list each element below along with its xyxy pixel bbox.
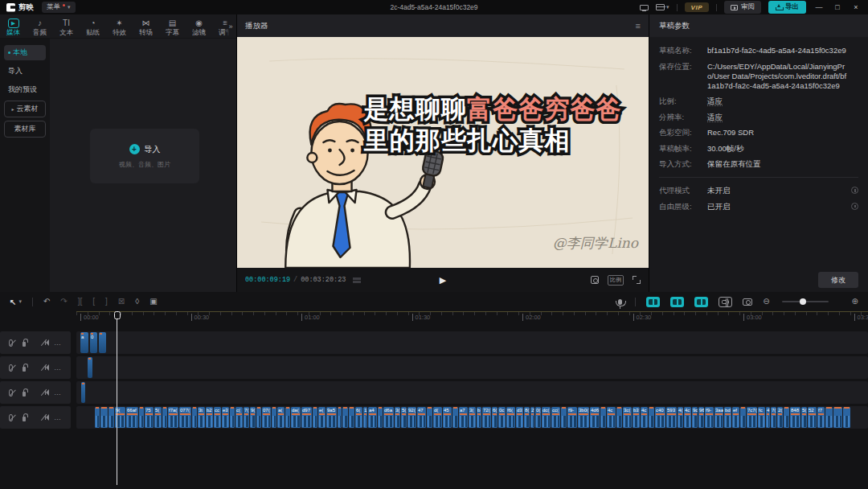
audio-segment[interactable]: cc [214, 407, 221, 428]
audio-segment[interactable]: bd [724, 407, 731, 428]
trim-right-icon[interactable]: ] [105, 297, 108, 306]
window-maximize-button[interactable]: □ [832, 3, 843, 11]
tab-滤镜[interactable]: ◉滤镜 [186, 14, 212, 38]
audio-segment[interactable]: a( [277, 407, 285, 428]
audio-segment[interactable]: 3( [395, 407, 400, 428]
track-more-icon[interactable]: … [54, 340, 62, 345]
tab-音频[interactable]: ♪音频 [27, 14, 53, 38]
video-preview[interactable]: 是想聊聊富爸爸穷爸爸 里的那些扎心真相 @李同学Lino [237, 37, 649, 268]
track-head[interactable]: … [0, 406, 71, 429]
audio-segment[interactable]: 9a5 [326, 407, 337, 428]
audio-segment[interactable]: 3aa [714, 407, 723, 428]
menu-button[interactable]: 菜单 ▾ [42, 2, 76, 13]
audio-segment[interactable]: 0c [498, 407, 506, 428]
split-icon[interactable]: ][ [78, 297, 83, 306]
play-button[interactable]: ▶ [440, 275, 446, 286]
sidebar-item-我的预设[interactable]: 我的预设 [4, 82, 46, 97]
audio-segment[interactable] [230, 407, 235, 428]
track-more-icon[interactable]: … [54, 390, 62, 395]
audio-segment[interactable]: 7( [244, 407, 249, 428]
audio-segment[interactable] [338, 407, 342, 428]
select-tool-button[interactable]: ↖ ▾ [10, 298, 22, 306]
audio-segment[interactable]: f6( [506, 407, 515, 428]
hide-track-icon[interactable] [9, 339, 13, 347]
mute-track-icon[interactable] [45, 366, 46, 370]
tabbar-expand-icon[interactable]: » [225, 14, 236, 38]
player-menu-icon[interactable]: ≡ [636, 21, 641, 31]
track-head[interactable]: … [0, 381, 71, 404]
track-lane[interactable] [76, 356, 868, 379]
tab-贴纸[interactable]: ◔贴纸 [80, 14, 106, 38]
audio-segment[interactable]: 4c [641, 407, 648, 428]
audio-segment[interactable] [349, 407, 354, 428]
export-button[interactable]: 导出 [768, 1, 806, 14]
audio-segment[interactable]: f7 [817, 407, 825, 428]
audio-segment[interactable]: 6( [355, 407, 362, 428]
audio-segment[interactable]: 2 [530, 407, 534, 428]
audio-segment[interactable]: 52 [808, 407, 817, 428]
track-more-icon[interactable]: … [54, 415, 62, 420]
vip-badge[interactable]: VIP [685, 2, 709, 12]
audio-segment[interactable]: b3 [633, 407, 640, 428]
lock-track-icon[interactable] [23, 417, 26, 421]
sidebar-item-素材库[interactable]: 素材库 [4, 121, 46, 138]
audio-segment[interactable]: da( [291, 407, 301, 428]
clip[interactable] [88, 357, 92, 378]
audio-segment[interactable] [843, 407, 850, 428]
window-close-button[interactable]: × [850, 3, 862, 11]
hide-track-icon[interactable] [9, 414, 13, 421]
audio-segment[interactable]: 2( [777, 407, 783, 428]
layout-switch-button[interactable]: ▾ [656, 4, 669, 10]
audio-clip-strip[interactable]: 9(66af755(f7a(077(3tb2cce3c(7(9(07(a(da(… [95, 407, 868, 428]
audio-segment[interactable]: 7( [771, 407, 776, 428]
sidebar-item-云素材[interactable]: ▸云素材 [4, 101, 46, 117]
audio-segment[interactable]: d3 [516, 407, 523, 428]
audio-segment[interactable] [649, 407, 654, 428]
audio-segment[interactable]: 4 [766, 407, 770, 428]
audio-segment[interactable]: ef [732, 407, 739, 428]
clip[interactable]: a [80, 332, 88, 353]
playhead[interactable] [117, 312, 117, 485]
audio-segment[interactable]: 0( [535, 407, 541, 428]
audio-segment[interactable]: 5( [801, 407, 807, 428]
tab-转场[interactable]: ⋈转场 [133, 14, 159, 38]
timeline-ruler[interactable]: 00:0000:3001:0001:3002:0002:3003:0003:30 [0, 311, 868, 324]
audio-segment[interactable]: 6( [492, 407, 497, 428]
audio-segment[interactable] [825, 407, 833, 428]
audio-segment[interactable]: b [477, 407, 481, 428]
main-track-magnet-icon[interactable] [719, 297, 732, 307]
device-preview-icon[interactable] [640, 5, 649, 10]
audio-segment[interactable] [561, 407, 567, 428]
tab-字幕[interactable]: ▤字幕 [159, 14, 186, 38]
clip[interactable] [99, 332, 106, 353]
zoom-slider-knob[interactable] [800, 298, 806, 305]
clip[interactable]: 0 [90, 332, 97, 353]
undo-icon[interactable]: ↶ [43, 297, 50, 306]
fullscreen-icon[interactable] [633, 276, 641, 284]
audio-segment[interactable]: d97 [301, 407, 312, 428]
audio-segment[interactable]: dc( [542, 407, 551, 428]
audio-segment[interactable] [285, 407, 290, 428]
track-head[interactable]: … [0, 356, 71, 379]
audio-segment[interactable]: 96 [698, 407, 704, 428]
audio-segment[interactable]: 1 [363, 407, 367, 428]
record-voiceover-icon[interactable] [618, 299, 622, 305]
audio-segment[interactable]: fc [758, 407, 765, 428]
tab-文本[interactable]: TI文本 [53, 14, 80, 38]
window-minimize-button[interactable]: — [813, 3, 825, 11]
audio-segment[interactable]: 72( [482, 407, 491, 428]
snap-toggle-icon[interactable] [646, 297, 660, 307]
tab-特效[interactable]: ✶特效 [106, 14, 133, 38]
audio-segment[interactable]: d( [433, 407, 442, 428]
audio-segment[interactable]: 848 [790, 407, 800, 428]
lock-track-icon[interactable] [23, 392, 26, 397]
audio-segment[interactable] [740, 407, 746, 428]
lock-track-icon[interactable] [23, 342, 26, 347]
magnify-detail-icon[interactable] [591, 276, 599, 284]
timeline-zoom-slider[interactable] [782, 301, 829, 302]
track-lane[interactable] [76, 381, 868, 404]
time-display-icon[interactable] [353, 277, 361, 284]
delete-icon[interactable]: ⊠ [118, 297, 125, 306]
audio-segment[interactable]: 9c [692, 407, 698, 428]
audio-segment[interactable]: 5( [401, 407, 407, 428]
